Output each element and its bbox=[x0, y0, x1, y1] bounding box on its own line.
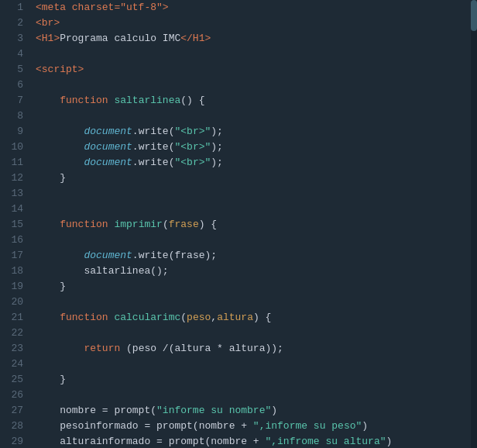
plain-token bbox=[36, 343, 84, 354]
code-line bbox=[36, 78, 471, 93]
code-line: <br> bbox=[36, 16, 471, 31]
plain-token: ); bbox=[211, 141, 223, 153]
line-numbers: 1234567891011121314151617181920212223242… bbox=[0, 0, 29, 448]
plain-token: ) { bbox=[199, 219, 217, 230]
plain-token: ); bbox=[211, 157, 223, 168]
plain-token: (peso /(altura * altura)); bbox=[120, 343, 283, 354]
plain-token: () { bbox=[180, 95, 204, 106]
plain-token: pesoinformado = prompt(nombre + bbox=[36, 420, 253, 432]
line-number: 22 bbox=[6, 326, 23, 341]
scrollbar-track[interactable] bbox=[471, 0, 477, 448]
string-token: ",informe su peso" bbox=[253, 420, 362, 432]
line-number: 19 bbox=[6, 279, 23, 295]
plain-token bbox=[36, 250, 84, 261]
code-line: function imprimir(frase) { bbox=[36, 217, 471, 233]
param-token: altura bbox=[217, 312, 253, 323]
code-line: } bbox=[36, 372, 471, 388]
plain-token: } bbox=[60, 281, 66, 292]
code-line: <H1>Programa calculo IMC</H1> bbox=[36, 31, 471, 47]
code-line: pesoinformado = prompt(nombre + ",inform… bbox=[36, 419, 471, 434]
line-number: 14 bbox=[6, 202, 23, 217]
object-token: document bbox=[84, 141, 132, 153]
line-number: 25 bbox=[6, 372, 23, 388]
plain-token bbox=[36, 281, 60, 292]
plain-token bbox=[36, 95, 60, 106]
object-token: document bbox=[84, 250, 132, 261]
plain-token: Programa calculo IMC bbox=[60, 33, 180, 44]
plain-token bbox=[36, 157, 84, 168]
code-line: document.write(frase); bbox=[36, 248, 471, 264]
plain-token: . bbox=[132, 126, 139, 137]
plain-token: saltarlinea(); bbox=[84, 265, 168, 277]
line-number: 10 bbox=[6, 140, 23, 155]
plain-token bbox=[36, 141, 84, 153]
plain-token bbox=[36, 219, 60, 230]
code-line: alturainformado = prompt(nombre + ",infr… bbox=[36, 434, 471, 448]
code-line bbox=[36, 233, 471, 248]
line-number: 2 bbox=[6, 16, 23, 31]
line-number: 6 bbox=[6, 78, 23, 93]
plain-token: ( bbox=[180, 312, 187, 323]
plain-token: ( bbox=[163, 219, 169, 230]
string-token: "<br>" bbox=[174, 141, 211, 153]
line-number: 15 bbox=[6, 217, 23, 233]
function-name-token: calcularimc bbox=[114, 312, 180, 323]
line-number: 23 bbox=[6, 341, 23, 357]
code-line bbox=[36, 47, 471, 62]
line-number: 24 bbox=[6, 357, 23, 372]
code-line: document.write("<br>"); bbox=[36, 155, 471, 171]
plain-token: alturainformado = prompt(nombre + bbox=[36, 436, 265, 447]
object-token: document bbox=[84, 157, 132, 168]
param-token: peso bbox=[187, 312, 211, 323]
line-number: 9 bbox=[6, 124, 23, 140]
plain-token: frase bbox=[174, 250, 204, 261]
line-number: 18 bbox=[6, 264, 23, 279]
tag-token: <br> bbox=[36, 17, 60, 29]
code-line bbox=[36, 202, 471, 217]
code-editor: 1234567891011121314151617181920212223242… bbox=[0, 0, 477, 448]
plain-token: . bbox=[132, 250, 139, 261]
plain-token: ) bbox=[362, 420, 368, 432]
keyword-token: function bbox=[60, 95, 108, 106]
plain-token: ) { bbox=[253, 312, 271, 323]
keyword-token: function bbox=[60, 312, 108, 323]
plain-token: write bbox=[139, 250, 169, 261]
plain-token: ) bbox=[271, 405, 277, 416]
scrollbar-thumb[interactable] bbox=[471, 0, 477, 31]
function-name-token: saltarlinea bbox=[114, 95, 180, 106]
plain-token bbox=[36, 265, 84, 277]
tag-token: <H1> bbox=[36, 33, 60, 44]
line-number: 5 bbox=[6, 62, 23, 78]
string-token: ",infrome su altura" bbox=[265, 436, 386, 447]
plain-token: . bbox=[132, 141, 139, 153]
code-line bbox=[36, 186, 471, 202]
plain-token: ) bbox=[386, 436, 392, 447]
line-number: 7 bbox=[6, 93, 23, 109]
line-number: 3 bbox=[6, 31, 23, 47]
plain-token: ); bbox=[211, 126, 223, 137]
line-number: 29 bbox=[6, 434, 23, 448]
code-line bbox=[36, 326, 471, 341]
param-token: frase bbox=[169, 219, 199, 230]
plain-token: nombre = prompt( bbox=[36, 405, 156, 416]
plain-token bbox=[36, 374, 60, 385]
tag-token: <meta charset="utf-8"> bbox=[36, 2, 169, 13]
keyword-token: return bbox=[84, 343, 120, 354]
code-line bbox=[36, 388, 471, 403]
line-number: 13 bbox=[6, 186, 23, 202]
plain-token: . bbox=[132, 157, 139, 168]
line-number: 11 bbox=[6, 155, 23, 171]
code-line: document.write("<br>"); bbox=[36, 124, 471, 140]
line-number: 27 bbox=[6, 403, 23, 419]
keyword-token: function bbox=[60, 219, 108, 230]
plain-token bbox=[36, 172, 60, 184]
line-number: 16 bbox=[6, 233, 23, 248]
code-line: return (peso /(altura * altura)); bbox=[36, 341, 471, 357]
code-line: } bbox=[36, 171, 471, 186]
code-area[interactable]: <meta charset="utf-8"><br><H1>Programa c… bbox=[29, 0, 477, 448]
code-line: saltarlinea(); bbox=[36, 264, 471, 279]
code-line bbox=[36, 109, 471, 124]
code-line: function saltarlinea() { bbox=[36, 93, 471, 109]
line-number: 21 bbox=[6, 310, 23, 326]
plain-token bbox=[36, 126, 84, 137]
